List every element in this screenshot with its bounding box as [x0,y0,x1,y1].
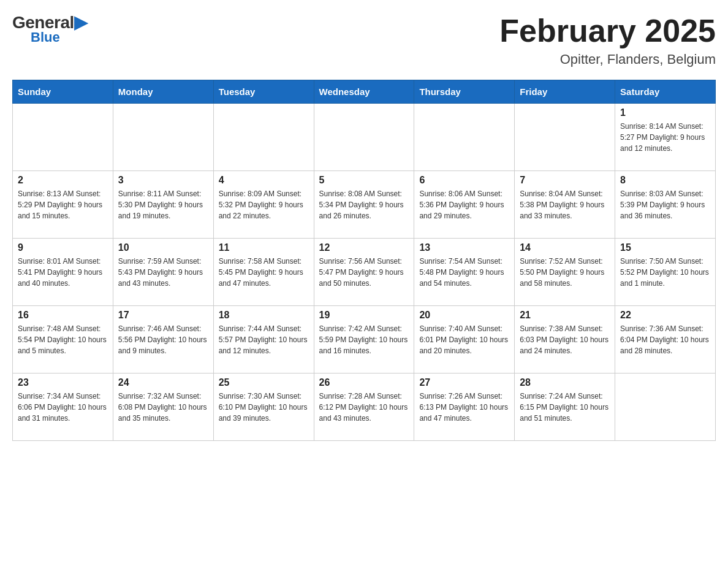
day-number: 25 [219,377,309,388]
calendar-week-row: 1Sunrise: 8:14 AM Sunset: 5:27 PM Daylig… [13,104,716,171]
calendar-header: Sunday Monday Tuesday Wednesday Thursday… [13,80,716,104]
calendar-cell: 11Sunrise: 7:58 AM Sunset: 5:45 PM Dayli… [213,239,314,306]
day-info: Sunrise: 8:06 AM Sunset: 5:36 PM Dayligh… [419,188,509,221]
day-number: 18 [219,310,309,321]
day-number: 26 [319,377,409,388]
calendar-week-row: 16Sunrise: 7:48 AM Sunset: 5:54 PM Dayli… [13,306,716,373]
day-info: Sunrise: 7:38 AM Sunset: 6:03 PM Dayligh… [520,323,610,356]
calendar-body: 1Sunrise: 8:14 AM Sunset: 5:27 PM Daylig… [13,104,716,441]
calendar-cell [515,104,615,171]
calendar-cell: 6Sunrise: 8:06 AM Sunset: 5:36 PM Daylig… [414,171,515,239]
day-number: 6 [419,175,509,186]
day-info: Sunrise: 7:42 AM Sunset: 5:59 PM Dayligh… [319,323,409,356]
day-number: 19 [319,310,409,321]
calendar-cell [314,104,414,171]
header-saturday: Saturday [615,80,716,104]
calendar-cell: 17Sunrise: 7:46 AM Sunset: 5:56 PM Dayli… [113,306,213,373]
day-info: Sunrise: 7:58 AM Sunset: 5:45 PM Dayligh… [219,256,309,289]
calendar-cell [414,104,515,171]
day-number: 16 [18,310,108,321]
calendar-cell: 28Sunrise: 7:24 AM Sunset: 6:15 PM Dayli… [515,373,615,441]
calendar-cell [615,373,716,441]
day-number: 13 [419,242,509,253]
calendar-cell: 2Sunrise: 8:13 AM Sunset: 5:29 PM Daylig… [13,171,113,239]
day-info: Sunrise: 7:32 AM Sunset: 6:08 PM Dayligh… [118,391,208,424]
calendar-week-row: 2Sunrise: 8:13 AM Sunset: 5:29 PM Daylig… [13,171,716,239]
header-monday: Monday [113,80,213,104]
calendar-cell: 15Sunrise: 7:50 AM Sunset: 5:52 PM Dayli… [615,239,716,306]
calendar-cell [113,104,213,171]
calendar-cell: 21Sunrise: 7:38 AM Sunset: 6:03 PM Dayli… [515,306,615,373]
calendar-cell: 20Sunrise: 7:40 AM Sunset: 6:01 PM Dayli… [414,306,515,373]
day-info: Sunrise: 7:54 AM Sunset: 5:48 PM Dayligh… [419,256,509,289]
day-info: Sunrise: 8:09 AM Sunset: 5:32 PM Dayligh… [219,188,309,221]
header-wednesday: Wednesday [314,80,414,104]
title-block: February 2025 Opitter, Flanders, Belgium [499,12,716,67]
day-number: 11 [219,242,309,253]
day-info: Sunrise: 7:56 AM Sunset: 5:47 PM Dayligh… [319,256,409,289]
calendar-cell: 1Sunrise: 8:14 AM Sunset: 5:27 PM Daylig… [615,104,716,171]
calendar-cell [213,104,314,171]
day-number: 24 [118,377,208,388]
calendar-cell: 13Sunrise: 7:54 AM Sunset: 5:48 PM Dayli… [414,239,515,306]
calendar-cell: 22Sunrise: 7:36 AM Sunset: 6:04 PM Dayli… [615,306,716,373]
day-number: 14 [520,242,610,253]
weekday-header-row: Sunday Monday Tuesday Wednesday Thursday… [13,80,716,104]
day-info: Sunrise: 8:04 AM Sunset: 5:38 PM Dayligh… [520,188,610,221]
day-info: Sunrise: 7:30 AM Sunset: 6:10 PM Dayligh… [219,391,309,424]
day-info: Sunrise: 7:59 AM Sunset: 5:43 PM Dayligh… [118,256,208,289]
header-thursday: Thursday [414,80,515,104]
day-number: 17 [118,310,208,321]
day-number: 4 [219,175,309,186]
calendar-week-row: 9Sunrise: 8:01 AM Sunset: 5:41 PM Daylig… [13,239,716,306]
day-info: Sunrise: 8:03 AM Sunset: 5:39 PM Dayligh… [620,188,710,221]
day-info: Sunrise: 7:28 AM Sunset: 6:12 PM Dayligh… [319,391,409,424]
header-sunday: Sunday [13,80,113,104]
calendar-title: February 2025 [499,12,716,49]
calendar-cell: 24Sunrise: 7:32 AM Sunset: 6:08 PM Dayli… [113,373,213,441]
calendar-subtitle: Opitter, Flanders, Belgium [499,52,716,67]
day-number: 3 [118,175,208,186]
day-number: 10 [118,242,208,253]
day-number: 28 [520,377,610,388]
calendar-cell [13,104,113,171]
calendar-cell: 23Sunrise: 7:34 AM Sunset: 6:06 PM Dayli… [13,373,113,441]
day-info: Sunrise: 8:13 AM Sunset: 5:29 PM Dayligh… [18,188,108,221]
calendar-cell: 18Sunrise: 7:44 AM Sunset: 5:57 PM Dayli… [213,306,314,373]
day-number: 1 [620,107,710,118]
day-info: Sunrise: 7:48 AM Sunset: 5:54 PM Dayligh… [18,323,108,356]
header-friday: Friday [515,80,615,104]
calendar-cell: 7Sunrise: 8:04 AM Sunset: 5:38 PM Daylig… [515,171,615,239]
day-number: 8 [620,175,710,186]
day-info: Sunrise: 8:14 AM Sunset: 5:27 PM Dayligh… [620,121,710,154]
day-number: 9 [18,242,108,253]
day-number: 23 [18,377,108,388]
day-info: Sunrise: 7:34 AM Sunset: 6:06 PM Dayligh… [18,391,108,424]
calendar-cell: 12Sunrise: 7:56 AM Sunset: 5:47 PM Dayli… [314,239,414,306]
calendar-cell: 10Sunrise: 7:59 AM Sunset: 5:43 PM Dayli… [113,239,213,306]
day-info: Sunrise: 8:08 AM Sunset: 5:34 PM Dayligh… [319,188,409,221]
day-info: Sunrise: 7:26 AM Sunset: 6:13 PM Dayligh… [419,391,509,424]
calendar-cell: 3Sunrise: 8:11 AM Sunset: 5:30 PM Daylig… [113,171,213,239]
day-number: 2 [18,175,108,186]
day-info: Sunrise: 8:11 AM Sunset: 5:30 PM Dayligh… [118,188,208,221]
calendar-cell: 4Sunrise: 8:09 AM Sunset: 5:32 PM Daylig… [213,171,314,239]
calendar-cell: 8Sunrise: 8:03 AM Sunset: 5:39 PM Daylig… [615,171,716,239]
logo-triangle-icon: ▶ [74,13,88,32]
day-info: Sunrise: 7:40 AM Sunset: 6:01 PM Dayligh… [419,323,509,356]
day-number: 7 [520,175,610,186]
logo: General▶ Blue [12,12,87,45]
day-number: 20 [419,310,509,321]
day-info: Sunrise: 7:44 AM Sunset: 5:57 PM Dayligh… [219,323,309,356]
day-info: Sunrise: 8:01 AM Sunset: 5:41 PM Dayligh… [18,256,108,289]
logo-blue: Blue [31,29,60,45]
day-info: Sunrise: 7:24 AM Sunset: 6:15 PM Dayligh… [520,391,610,424]
calendar-cell: 25Sunrise: 7:30 AM Sunset: 6:10 PM Dayli… [213,373,314,441]
calendar-cell: 27Sunrise: 7:26 AM Sunset: 6:13 PM Dayli… [414,373,515,441]
page-header: General▶ Blue February 2025 Opitter, Fla… [12,12,716,67]
day-info: Sunrise: 7:50 AM Sunset: 5:52 PM Dayligh… [620,256,710,289]
day-number: 21 [520,310,610,321]
calendar-cell: 5Sunrise: 8:08 AM Sunset: 5:34 PM Daylig… [314,171,414,239]
day-number: 5 [319,175,409,186]
day-info: Sunrise: 7:46 AM Sunset: 5:56 PM Dayligh… [118,323,208,356]
